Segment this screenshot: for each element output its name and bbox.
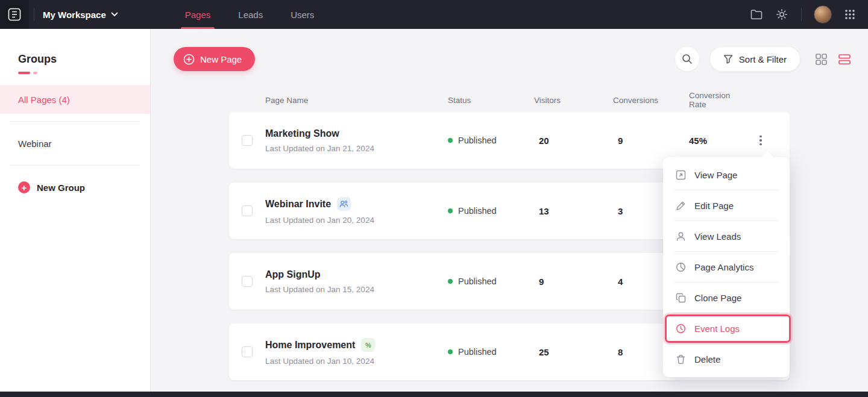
topbar-divider — [34, 8, 34, 21]
window-bottom-edge — [0, 392, 868, 397]
col-visitors: Visitors — [534, 96, 613, 105]
col-conversion-rate: Conversion Rate — [689, 91, 753, 109]
apps-button[interactable] — [843, 7, 857, 22]
sort-filter-label: Sort & Filter — [739, 54, 787, 64]
grid-view-icon — [816, 54, 827, 65]
folder-button[interactable] — [749, 7, 764, 22]
settings-button[interactable] — [775, 7, 789, 22]
tab-pages[interactable]: Pages — [171, 0, 225, 29]
menu-item-label: Page Analytics — [694, 262, 753, 272]
sidebar-divider — [10, 165, 140, 166]
sidebar: Groups All Pages (4) Webinar + New Group — [0, 29, 151, 392]
edit-icon — [675, 201, 686, 211]
new-page-button[interactable]: New Page — [174, 47, 255, 71]
page-name[interactable]: App SignUp — [265, 269, 321, 280]
tab-leads[interactable]: Leads — [224, 0, 277, 29]
page-name[interactable]: Webinar Invite — [265, 199, 331, 210]
status-dot — [448, 349, 453, 354]
status-badge: Published — [458, 347, 497, 357]
plus-circle-icon — [183, 54, 195, 65]
row-checkbox[interactable] — [242, 205, 253, 216]
menu-item-clone-page[interactable]: Clone Page — [663, 283, 790, 313]
delete-icon — [675, 354, 686, 365]
row-menu-button[interactable] — [753, 133, 768, 148]
row-checkbox[interactable] — [242, 346, 253, 357]
page-name[interactable]: Home Improvement — [265, 340, 355, 351]
sidebar-item-label: All Pages (4) — [18, 95, 70, 105]
visitors-value: 20 — [534, 136, 613, 146]
col-status: Status — [448, 96, 534, 105]
menu-item-page-analytics[interactable]: Page Analytics — [663, 252, 790, 283]
status-dot — [448, 138, 453, 143]
tab-leads-label: Leads — [238, 10, 263, 20]
view-page-icon — [675, 170, 686, 181]
new-group-button[interactable]: + New Group — [18, 181, 150, 193]
apps-grid-icon — [844, 9, 855, 20]
percent-badge: % — [361, 338, 375, 352]
sort-filter-button[interactable]: Sort & Filter — [710, 47, 800, 71]
workspace-name: My Workspace — [43, 10, 106, 20]
percent-glyph: % — [365, 342, 371, 349]
new-group-label: New Group — [37, 183, 85, 193]
visitors-value: 13 — [534, 206, 613, 216]
row-checkbox[interactable] — [242, 276, 253, 287]
visitors-value: 25 — [534, 347, 613, 357]
page-updated: Last Updated on Jan 15, 2024 — [265, 285, 448, 294]
menu-item-label: Event Logs — [694, 324, 740, 334]
tab-users[interactable]: Users — [277, 0, 328, 29]
visitors-value: 9 — [534, 277, 613, 287]
menu-item-event-logs[interactable]: Event Logs — [663, 313, 790, 344]
menu-item-delete[interactable]: Delete — [663, 344, 790, 375]
topbar-divider-2 — [801, 8, 802, 21]
tab-pages-label: Pages — [185, 10, 211, 20]
logo-icon — [7, 7, 22, 22]
page-analytics-icon — [675, 262, 686, 273]
app-window: My Workspace Pages Leads Users — [0, 0, 868, 397]
event-logs-icon — [675, 324, 686, 334]
topbar: My Workspace Pages Leads Users — [0, 0, 868, 29]
menu-item-label: Delete — [694, 354, 720, 364]
status-badge: Published — [458, 136, 497, 145]
plus-icon: + — [18, 181, 30, 193]
status-dot — [448, 208, 453, 213]
filter-icon — [723, 54, 733, 64]
page-updated: Last Updated on Jan 20, 2024 — [265, 216, 448, 225]
page-name[interactable]: Marketing Show — [265, 128, 339, 139]
status-dot — [448, 279, 453, 284]
menu-item-label: View Leads — [694, 231, 741, 242]
menu-item-edit-page[interactable]: Edit Page — [663, 190, 790, 221]
sidebar-divider — [10, 121, 140, 122]
menu-item-view-page[interactable]: View Page — [663, 160, 790, 190]
workspace-switcher[interactable]: My Workspace — [43, 10, 118, 20]
col-page-name: Page Name — [265, 96, 448, 105]
menu-item-label: View Page — [694, 170, 737, 180]
grid-view-button[interactable] — [814, 52, 828, 66]
view-toggle — [814, 52, 851, 66]
main-nav: Pages Leads Users — [171, 0, 329, 29]
row-checkbox[interactable] — [242, 135, 253, 146]
groups-title: Groups — [18, 53, 150, 66]
folder-icon — [750, 9, 763, 20]
sidebar-item-all-pages[interactable]: All Pages (4) — [0, 85, 150, 114]
list-view-button[interactable] — [838, 52, 851, 66]
topbar-right — [749, 5, 868, 23]
sidebar-item-label: Webinar — [18, 139, 52, 149]
table-header: Page Name Status Visitors Conversions Co… — [229, 88, 790, 112]
page-updated: Last Updated on Jan 10, 2024 — [265, 357, 448, 366]
search-button[interactable] — [675, 47, 699, 71]
gear-icon — [776, 8, 788, 20]
avatar[interactable] — [814, 5, 832, 23]
app-logo[interactable] — [0, 0, 29, 29]
search-icon — [682, 54, 693, 64]
view-leads-icon — [675, 231, 686, 242]
groups-title-accent — [18, 72, 150, 74]
conversion-rate-value: 45% — [689, 136, 753, 146]
menu-item-view-leads[interactable]: View Leads — [663, 221, 790, 252]
list-view-icon — [838, 54, 851, 64]
toolbar-right: Sort & Filter — [675, 47, 851, 71]
ab-test-icon — [339, 200, 348, 208]
new-page-label: New Page — [200, 54, 242, 64]
sidebar-item-webinar[interactable]: Webinar — [0, 129, 150, 158]
conversions-value: 9 — [613, 136, 689, 146]
chevron-down-icon — [111, 12, 118, 17]
